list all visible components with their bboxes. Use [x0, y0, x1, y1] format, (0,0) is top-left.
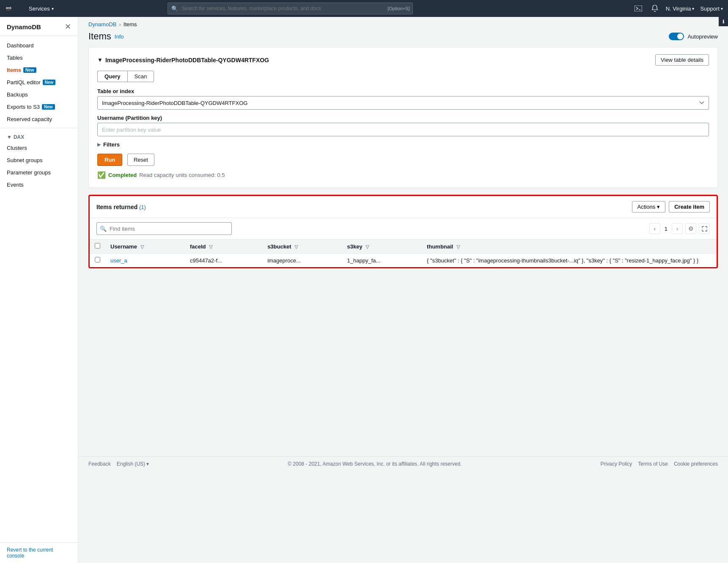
cell-thumbnail: { "s3bucket" : { "S" : "imageprocessing-… — [422, 254, 717, 268]
support-caret: ▾ — [721, 6, 723, 11]
col-checkbox — [90, 240, 105, 254]
page-header: Items Info Autopreview — [78, 29, 728, 47]
expand-grid-button[interactable] — [699, 223, 710, 234]
region-caret: ▾ — [692, 6, 694, 11]
col-s3bucket: s3bucket ▽ — [262, 240, 342, 254]
services-caret: ▾ — [52, 6, 54, 11]
dax-section-title[interactable]: ▼ DAX — [0, 131, 78, 142]
results-title-wrap: Items returned (1) — [96, 204, 146, 210]
sidebar-item-events-label: Events — [7, 182, 24, 188]
col-s3bucket-label: s3bucket — [267, 243, 291, 250]
search-input[interactable] — [168, 3, 413, 14]
sidebar-item-events[interactable]: Events — [0, 179, 78, 191]
username-sort-icon[interactable]: ▽ — [140, 244, 144, 249]
search-bar: 🔍 [Option+S] — [168, 3, 413, 14]
expand-button[interactable]: ▼ — [97, 57, 103, 63]
results-search-input[interactable] — [96, 222, 232, 235]
filter-arrow-icon: ▶ — [97, 142, 101, 147]
select-all-checkbox[interactable] — [95, 243, 100, 248]
s3bucket-sort-icon[interactable]: ▽ — [294, 244, 298, 249]
prev-page-button[interactable]: ‹ — [649, 223, 660, 234]
scan-tab[interactable]: Scan — [127, 71, 154, 82]
sidebar-close-button[interactable]: ✕ — [65, 23, 71, 30]
col-thumbnail-label: thumbnail — [427, 243, 453, 250]
username-link[interactable]: user_a — [110, 257, 127, 264]
privacy-policy-link[interactable]: Privacy Policy — [601, 461, 632, 467]
cell-faceid: c95447a2-f... — [185, 254, 262, 268]
table-head: Username ▽ faceId ▽ s3bucket ▽ s3key — [90, 240, 717, 254]
sidebar-item-partiql[interactable]: PartiQL editor New — [0, 76, 78, 88]
search-shortcut: [Option+S] — [387, 6, 409, 11]
terms-of-use-link[interactable]: Terms of Use — [638, 461, 668, 467]
pagination-row: ‹ 1 › ⚙ — [649, 223, 710, 234]
table-header-row: Username ▽ faceId ▽ s3bucket ▽ s3key — [90, 240, 717, 254]
sidebar-header: DynamoDB ✕ — [0, 17, 78, 36]
query-scan-tabs: Query Scan — [97, 71, 709, 82]
sidebar-item-items-label: Items — [7, 67, 21, 73]
view-table-button[interactable]: View table details — [655, 54, 709, 66]
info-link[interactable]: Info — [115, 33, 124, 40]
sidebar-item-clusters[interactable]: Clusters — [0, 142, 78, 154]
data-table: Username ▽ faceId ▽ s3bucket ▽ s3key — [90, 240, 717, 267]
col-faceid-label: faceId — [190, 243, 206, 250]
autopreview-label: Autopreview — [687, 33, 718, 40]
thumbnail-sort-icon[interactable]: ▽ — [456, 244, 460, 249]
support-button[interactable]: Support ▾ — [700, 6, 723, 12]
results-count: (1) — [139, 204, 146, 210]
s3key-sort-icon[interactable]: ▽ — [365, 244, 369, 249]
actions-button[interactable]: Actions ▾ — [632, 201, 666, 213]
footer-copyright: © 2008 - 2021, Amazon Web Services, Inc.… — [149, 461, 601, 467]
query-action-buttons: Run Reset — [97, 154, 709, 166]
faceid-sort-icon[interactable]: ▽ — [209, 244, 212, 249]
sidebar-nav: Dashboard Tables Items New PartiQL edito… — [0, 36, 78, 194]
main-layout: DynamoDB ✕ Dashboard Tables Items New Pa… — [0, 17, 728, 563]
sidebar-item-items[interactable]: Items New — [0, 64, 78, 76]
breadcrumb: DynamoDB › Items — [78, 17, 728, 29]
sidebar-item-exports[interactable]: Exports to S3 New — [0, 101, 78, 113]
sidebar-item-subnet-groups-label: Subnet groups — [7, 157, 43, 163]
sidebar-item-subnet-groups[interactable]: Subnet groups — [0, 154, 78, 166]
row-checkbox-cell — [90, 254, 105, 268]
notifications-button[interactable] — [650, 3, 660, 14]
sidebar-item-parameter-groups[interactable]: Parameter groups — [0, 166, 78, 179]
results-panel: Items returned (1) Actions ▾ Create item… — [88, 195, 718, 268]
language-selector[interactable]: English (US) ▾ — [117, 461, 149, 467]
revert-console-link[interactable]: Revert to the current console — [0, 542, 78, 563]
region-button[interactable]: N. Virginia ▾ — [666, 6, 695, 12]
results-header: Items returned (1) Actions ▾ Create item — [90, 196, 717, 218]
create-item-button[interactable]: Create item — [669, 201, 710, 213]
partition-key-input[interactable] — [97, 123, 709, 136]
services-button[interactable]: Services ▾ — [26, 4, 56, 14]
column-settings-button[interactable]: ⚙ — [685, 223, 696, 234]
sidebar-item-dashboard-label: Dashboard — [7, 42, 34, 49]
query-panel: ▼ ImageProcessing-RiderPhotoDDBTable-QYG… — [88, 47, 718, 188]
reset-button[interactable]: Reset — [127, 154, 154, 166]
filters-row[interactable]: ▶ Filters — [97, 141, 709, 148]
sidebar-item-dashboard[interactable]: Dashboard — [0, 39, 78, 52]
expand-toggle-row: ▼ ImageProcessing-RiderPhotoDDBTable-QYG… — [97, 54, 709, 66]
main-content: DynamoDB › Items Items Info Autopreview … — [78, 17, 728, 563]
actions-caret-icon: ▾ — [657, 204, 660, 210]
feedback-link[interactable]: Feedback — [88, 461, 111, 467]
sidebar-item-exports-label: Exports to S3 — [7, 104, 40, 110]
cookie-preferences-link[interactable]: Cookie preferences — [674, 461, 718, 467]
actions-label: Actions — [637, 204, 656, 210]
col-username: Username ▽ — [105, 240, 185, 254]
sidebar-item-backups[interactable]: Backups — [0, 88, 78, 101]
run-button[interactable]: Run — [97, 154, 122, 166]
breadcrumb-parent-link[interactable]: DynamoDB — [88, 21, 116, 28]
sidebar-item-backups-label: Backups — [7, 91, 28, 98]
info-circle-button[interactable]: ℹ — [719, 17, 728, 26]
autopreview-switch[interactable] — [669, 33, 684, 40]
page-spacer — [78, 279, 728, 456]
table-index-select[interactable]: ImageProcessing-RiderPhotoDDBTable-QYGDW… — [97, 96, 709, 110]
query-tab[interactable]: Query — [97, 71, 127, 82]
sidebar-item-tables[interactable]: Tables — [0, 52, 78, 64]
terminal-button[interactable] — [633, 4, 644, 13]
sidebar-item-parameter-groups-label: Parameter groups — [7, 169, 51, 176]
next-page-button[interactable]: › — [672, 223, 683, 234]
row-checkbox[interactable] — [95, 257, 100, 262]
status-completed-text: Completed — [108, 172, 137, 178]
results-search-wrap: 🔍 — [96, 222, 232, 235]
sidebar-item-reserved[interactable]: Reserved capacity — [0, 113, 78, 125]
